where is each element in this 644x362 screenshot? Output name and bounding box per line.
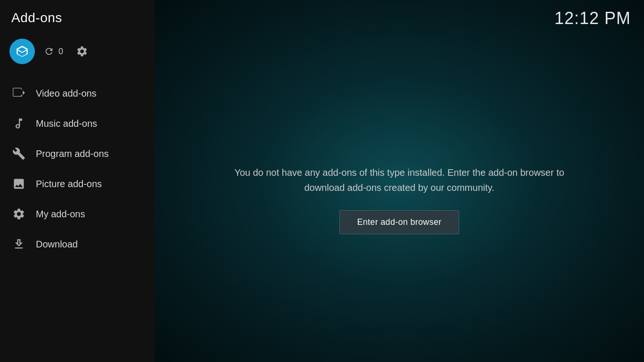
sidebar-item-program-addons[interactable]: Program add-ons — [0, 139, 155, 169]
refresh-area: 0 — [43, 46, 63, 57]
empty-state-message: You do not have any add-ons of this type… — [234, 165, 564, 195]
refresh-svg — [44, 46, 54, 57]
refresh-count: 0 — [58, 47, 63, 57]
sidebar-item-video-addons[interactable]: Video add-ons — [0, 78, 155, 108]
sidebar-item-music-addons[interactable]: Music add-ons — [0, 108, 155, 139]
refresh-icon[interactable] — [43, 46, 55, 57]
sidebar-item-label-picture: Picture add-ons — [36, 179, 102, 189]
sidebar-item-download[interactable]: Download — [0, 229, 155, 259]
sidebar-item-picture-addons[interactable]: Picture add-ons — [0, 169, 155, 199]
program-icon — [11, 146, 26, 161]
sidebar-item-label-program: Program add-ons — [36, 148, 109, 159]
sidebar-item-label-my-addons: My add-ons — [36, 209, 85, 220]
main-empty-state: You do not have any add-ons of this type… — [155, 37, 644, 362]
clock-display: 12:12 PM — [554, 8, 631, 28]
main-header: 12:12 PM — [155, 0, 644, 37]
sidebar-item-label-download: Download — [36, 239, 78, 250]
music-icon — [11, 116, 26, 131]
gear-icon — [76, 45, 88, 58]
enter-addon-browser-button[interactable]: Enter add-on browser — [339, 210, 459, 234]
picture-icon — [11, 176, 26, 191]
my-addons-icon — [11, 206, 26, 222]
sidebar-item-my-addons[interactable]: My add-ons — [0, 199, 155, 229]
addon-icon-button[interactable] — [9, 39, 35, 64]
page-title: Add-ons — [0, 0, 155, 34]
sidebar-item-label-music: Music add-ons — [36, 118, 97, 129]
sidebar: Add-ons 0 — [0, 0, 155, 362]
sidebar-nav: Video add-ons Music add-ons Program add-… — [0, 74, 155, 259]
sidebar-header: 0 — [0, 34, 155, 74]
main-content-area: 12:12 PM You do not have any add-ons of … — [155, 0, 644, 362]
video-icon — [11, 86, 26, 101]
sidebar-item-label-video: Video add-ons — [36, 88, 97, 99]
settings-button[interactable] — [75, 45, 89, 58]
download-icon — [11, 237, 26, 252]
box-icon — [16, 45, 29, 58]
